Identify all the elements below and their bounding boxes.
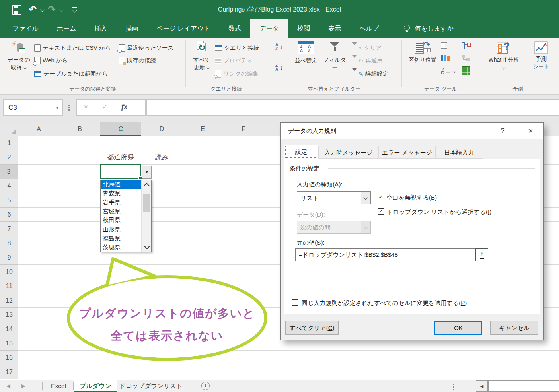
row-header-13[interactable]: 13 (0, 308, 18, 322)
row-header-10[interactable]: 10 (0, 265, 18, 279)
row-header-9[interactable]: 9 (0, 250, 18, 265)
relationships-button[interactable] (462, 55, 470, 62)
tell-me-label[interactable]: 何をしますか (410, 19, 463, 38)
tell-me-search[interactable] (404, 19, 410, 38)
row-header-17[interactable]: 17 (0, 365, 18, 379)
properties-button[interactable]: プロパティ (215, 55, 253, 66)
text-to-columns-button[interactable]: ↷ 区切り位置 (405, 40, 440, 64)
undo-button[interactable]: ↶ (29, 0, 37, 19)
row-header-8[interactable]: 8 (0, 236, 18, 250)
row-header-14[interactable]: 14 (0, 322, 18, 336)
tab-insert[interactable]: 挿入 (85, 19, 116, 38)
row-header-7[interactable]: 7 (0, 222, 18, 236)
tab-home[interactable]: ホーム (48, 19, 86, 38)
hscroll-left-button[interactable]: ◀ (476, 380, 488, 392)
from-text-csv-button[interactable]: テキストまたは CSV から (34, 42, 111, 54)
remove-duplicates-button[interactable] (462, 42, 470, 49)
row-header-12[interactable]: 12 (0, 293, 18, 308)
allow-combobox[interactable]: リスト (297, 191, 371, 204)
collapse-dialog-button[interactable]: ↑ (475, 248, 488, 261)
scroll-up-icon[interactable] (143, 183, 150, 189)
recent-sources-button[interactable]: 最近使ったソース (119, 42, 173, 54)
in-cell-dropdown-checkbox[interactable]: ✓ (378, 208, 384, 215)
row-header-5[interactable]: 5 (0, 193, 18, 208)
consolidate-button[interactable] (441, 55, 450, 62)
row-header-6[interactable]: 6 (0, 208, 18, 222)
apply-all-checkbox[interactable] (292, 299, 298, 306)
new-sheet-button[interactable]: + (201, 382, 210, 390)
sheet-nav-left-icon[interactable]: ◀ (6, 380, 10, 392)
sheet-tab-dropdownlist[interactable]: ドロップダウンリスト (118, 380, 184, 392)
ok-button[interactable]: OK (434, 321, 482, 335)
row-header-15[interactable]: 15 (0, 336, 18, 351)
existing-connections-button[interactable]: 既存の接続 (119, 55, 156, 66)
tab-file[interactable]: ファイル (3, 19, 48, 38)
cell-c2[interactable]: 都道府県 (100, 150, 141, 165)
data-validation-button[interactable]: ✓ (441, 67, 457, 75)
refresh-all-button[interactable]: ↻ すべて 更新 (189, 40, 214, 71)
column-header-f[interactable]: F (223, 122, 264, 136)
tab-review[interactable]: 校閲 (288, 19, 319, 38)
ignore-blank-checkbox[interactable]: ✓ (378, 194, 384, 200)
cancel-button[interactable]: キャンセル (490, 321, 538, 335)
cancel-entry-icon[interactable]: × (84, 103, 88, 111)
what-if-analysis-button[interactable]: ? What-If 分析 (483, 40, 524, 71)
data-combobox[interactable]: 次の値の間 (297, 221, 371, 234)
select-all-button[interactable] (0, 122, 18, 136)
manage-data-model-button[interactable] (462, 66, 470, 75)
dropdown-scrollbar[interactable] (141, 180, 151, 252)
reapply-filter-button[interactable]: ↻ 再適用 (352, 55, 383, 66)
row-header-1[interactable]: 1 (0, 136, 18, 150)
save-icon[interactable] (12, 5, 21, 15)
selected-cell-c3[interactable] (100, 164, 141, 179)
from-table-range-button[interactable]: テーブルまたは範囲から (34, 68, 108, 80)
sort-button[interactable]: Z A A Z 並べ替え (292, 40, 319, 64)
column-header-c[interactable]: C (100, 122, 141, 136)
allow-combobox-arrow-icon[interactable] (361, 192, 370, 204)
sort-ascending-button[interactable]: A Z ↓ (275, 43, 289, 51)
formula-input[interactable] (146, 99, 559, 116)
tab-data[interactable]: データ (250, 19, 288, 38)
name-box-dropdown-icon[interactable]: ▾ (56, 100, 58, 115)
tab-page-layout[interactable]: ページ レイアウト (147, 19, 219, 38)
source-input[interactable]: =ドロップダウンリスト!$B$2:$B$48 (295, 248, 475, 261)
tab-formulas[interactable]: 数式 (219, 19, 250, 38)
dialog-close-icon[interactable]: × (522, 123, 540, 139)
dialog-tab-error-alert[interactable]: エラー メッセージ (379, 146, 435, 159)
column-header-a[interactable]: A (18, 122, 59, 136)
tab-view[interactable]: 表示 (319, 19, 350, 38)
forecast-sheet-button[interactable]: 予測 シート (528, 40, 555, 70)
hscroll-thumb[interactable] (488, 380, 559, 392)
column-header-d[interactable]: D (141, 122, 182, 136)
customize-qat-icon[interactable] (72, 7, 77, 8)
filter-button[interactable]: フィルター (321, 40, 349, 71)
redo-button[interactable]: ↷ (48, 0, 56, 19)
get-data-button[interactable]: ⚡ データの 取得 (5, 40, 33, 71)
sheet-tab-pulldown[interactable]: プルダウン (74, 380, 117, 392)
dialog-help-button[interactable]: ? (494, 123, 512, 139)
dialog-tab-input-message[interactable]: 入力時メッセージ (318, 146, 379, 159)
flash-fill-button[interactable]: ⚡ (441, 42, 450, 49)
insert-function-icon[interactable]: fx (121, 103, 127, 111)
tab-help[interactable]: ヘルプ (350, 19, 388, 38)
sheet-tab-excel[interactable]: Excel (44, 380, 73, 392)
edit-links-button[interactable]: リンクの編集 (215, 68, 258, 80)
clear-all-button[interactable]: すべてクリア(C) (285, 321, 339, 335)
dialog-tab-settings[interactable]: 設定 (284, 145, 318, 159)
row-header-16[interactable]: 16 (0, 351, 18, 365)
column-header-b[interactable]: B (59, 122, 100, 136)
from-web-button[interactable]: Web から (34, 55, 68, 66)
data-validation-dropdown-icon[interactable] (452, 69, 456, 73)
cell-dropdown-button[interactable]: ▼ (142, 166, 152, 179)
row-header-11[interactable]: 11 (0, 279, 18, 293)
clear-filter-button[interactable]: × クリア (352, 42, 382, 54)
row-header-2[interactable]: 2 (0, 150, 18, 165)
column-header-e[interactable]: E (182, 122, 223, 136)
advanced-filter-button[interactable]: ✎ 詳細設定 (352, 68, 388, 80)
sheet-nav-right-icon[interactable]: ▶ (21, 380, 25, 392)
queries-connections-button[interactable]: クエリと接続 (215, 42, 259, 54)
name-box[interactable]: C3 ▾ (3, 99, 63, 116)
cell-d2[interactable]: 読み (141, 150, 182, 165)
sort-descending-button[interactable]: Z A ↓ (275, 64, 289, 72)
enter-entry-icon[interactable]: ✓ (102, 103, 107, 111)
